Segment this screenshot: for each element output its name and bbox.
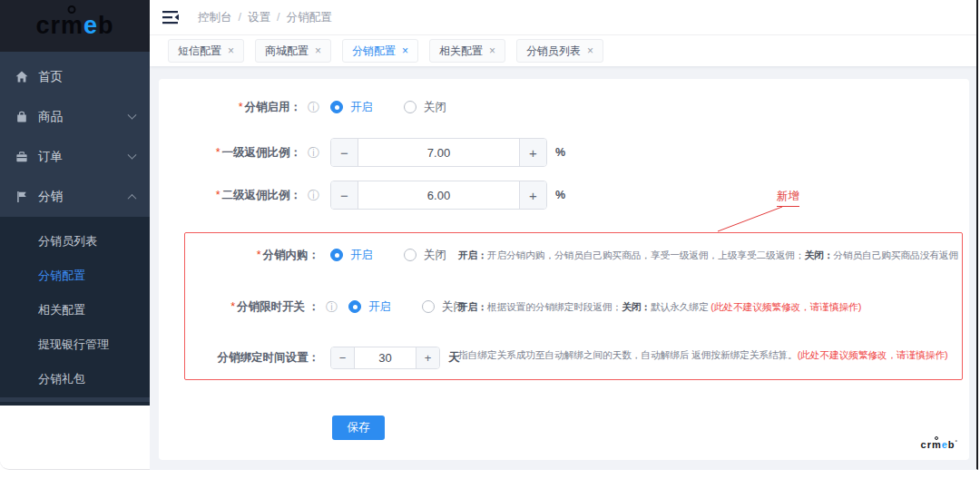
registered-mark: ° [956,439,958,445]
tab-distribution-config[interactable]: 分销配置 × [342,39,418,63]
breadcrumb: 控制台 / 设置 / 分销配置 [198,10,331,25]
unit-label: % [555,189,565,201]
binding-days-input[interactable] [355,347,416,368]
sidebar-item-distribution-gift[interactable]: 分销礼包 [0,362,150,396]
radio-dot [330,249,343,261]
field-label: 分销绑定时间设置： [159,350,319,366]
content-area: *分销启用： ⓘ 开启 关闭 *一级返佣比例： ⓘ − + [150,66,976,470]
field-label: *二级返佣比例： [159,188,301,203]
required-mark: * [216,146,220,159]
stepper-increase-button[interactable]: + [519,139,546,166]
required-mark: * [216,189,220,201]
tab-label: 分销配置 [352,44,396,59]
unit-label: % [555,146,565,159]
radio-dot [404,101,416,113]
crmeb-logo: crmeb [35,12,113,40]
level2-rate-input[interactable] [358,181,519,209]
main-area: 控制台 / 设置 / 分销配置 短信配置 × 商城配置 × 分销配置 × 相关配… [150,0,976,470]
info-icon[interactable]: ⓘ [326,301,338,313]
sidebar-item-label: 订单 [38,149,63,165]
app-window: crmeb 首页 商品 订单 [0,0,978,470]
tab-label: 短信配置 [178,44,221,59]
chevron-down-icon [128,110,137,119]
help-text-internal-purchase: 开启：开启分销内购，分销员自己购买商品，享受一级返佣，上级享受二级返佣；关闭：分… [458,249,958,262]
form-row-internal-purchase: *分销内购： 开启 关闭 [159,240,477,269]
breadcrumb-separator: / [277,11,279,24]
level2-rate-stepper: − + [330,181,547,210]
stepper-decrease-button[interactable]: − [331,139,358,166]
info-icon[interactable]: ⓘ [308,147,319,159]
field-label: *分销内购： [159,248,319,263]
form-card: *分销启用： ⓘ 开启 关闭 *一级返佣比例： ⓘ − + [159,79,969,460]
sidebar-item-orders[interactable]: 订单 [0,137,150,177]
sidebar-menu: 首页 商品 订单 分销 [0,52,150,406]
chevron-down-icon [128,150,137,159]
top-bar: 控制台 / 设置 / 分销配置 [150,0,976,35]
close-icon[interactable]: × [489,44,495,57]
logo-text: cr [35,12,61,39]
radio-option-on[interactable]: 开启 [348,299,391,315]
briefcase-icon [15,150,29,164]
form-row-time-limit-switch: *分销限时开关 ： ⓘ 开启 关闭 [159,292,495,321]
sidebar-item-distribution-config[interactable]: 分销配置 [0,259,150,293]
help-text-time-limit: 开启：根据设置的分销绑定时段返佣；关闭：默认永久绑定 (此处不建议频繁修改，请谨… [458,301,861,314]
tab-sms-config[interactable]: 短信配置 × [168,39,244,63]
stepper-increase-button[interactable]: + [416,347,439,368]
radio-option-off[interactable]: 关闭 [404,248,446,263]
sidebar-item-home[interactable]: 首页 [0,57,150,97]
radio-option-on[interactable]: 开启 [330,248,373,263]
stepper-decrease-button[interactable]: − [331,347,355,368]
sidebar-item-distributor-list[interactable]: 分销员列表 [0,224,150,259]
form-row-level2-rate: *二级返佣比例： ⓘ − + % [159,181,565,210]
radio-group-enable: 开启 关闭 [330,100,477,115]
stepper-increase-button[interactable]: + [519,181,546,209]
sidebar-submenu: 分销员列表 分销配置 相关配置 提现银行管理 分销礼包 [0,217,150,406]
tab-bar: 短信配置 × 商城配置 × 分销配置 × 相关配置 × 分销员列表 × [150,35,976,66]
sidebar-item-distribution[interactable]: 分销 [0,177,150,217]
radio-option-off[interactable]: 关闭 [404,100,446,115]
annotation-pointer-line [703,204,794,235]
stepper-decrease-button[interactable]: − [331,181,358,209]
home-icon [15,70,29,84]
close-icon[interactable]: × [402,44,408,57]
sidebar: crmeb 首页 商品 订单 [0,0,150,402]
sidebar-item-withdraw-bank[interactable]: 提现银行管理 [0,327,150,362]
tab-distributor-list[interactable]: 分销员列表 × [516,39,603,63]
tab-label: 分销员列表 [526,44,581,59]
help-text-binding-time: 指自绑定关系成功至自动解绑之间的天数，自动解绑后 返佣按新绑定关系结算。(此处不… [458,349,947,362]
binding-days-stepper: − + [330,347,440,369]
sidebar-item-label: 商品 [38,109,63,125]
required-mark: * [239,101,243,113]
crmeb-watermark: crmeb° [921,435,958,452]
radio-option-on[interactable]: 开启 [330,100,373,115]
field-label: *分销限时开关 ： [159,299,319,315]
radio-dot [404,249,416,261]
radio-group-internal-purchase: 开启 关闭 [330,248,477,263]
logo-text: e [83,12,98,39]
chevron-up-icon [128,193,137,202]
required-mark: * [230,300,235,313]
tab-related-config[interactable]: 相关配置 × [429,39,505,63]
radio-dot [330,101,343,113]
breadcrumb-item-settings[interactable]: 设置 [248,10,270,25]
info-icon[interactable]: ⓘ [308,102,319,113]
tab-label: 相关配置 [439,44,483,59]
close-icon[interactable]: × [315,44,321,57]
info-icon[interactable]: ⓘ [308,190,319,201]
form-row-binding-time: 分销绑定时间设置： − + 天 [159,343,460,372]
save-button[interactable]: 保存 [332,415,385,440]
form-row-level1-rate: *一级返佣比例： ⓘ − + % [159,138,565,167]
breadcrumb-item-console[interactable]: 控制台 [198,10,232,25]
tab-mall-config[interactable]: 商城配置 × [255,39,331,63]
menu-fold-icon[interactable] [162,10,180,24]
breadcrumb-item-current: 分销配置 [286,10,331,25]
radio-dot [348,300,361,313]
close-icon[interactable]: × [228,44,234,57]
logo-text: m [61,12,83,40]
level1-rate-input[interactable] [358,139,519,166]
sidebar-item-related-config[interactable]: 相关配置 [0,293,150,327]
field-label: *一级返佣比例： [159,145,301,161]
sidebar-logo-area: crmeb [0,0,150,52]
close-icon[interactable]: × [587,44,593,57]
sidebar-item-products[interactable]: 商品 [0,97,150,137]
